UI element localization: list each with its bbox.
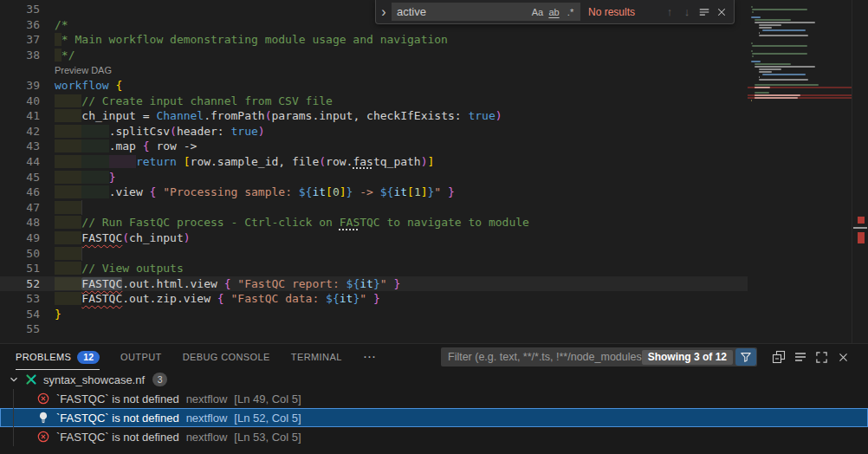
code-line: 53 FASTQC.out.zip.view { "FastQC data: $…	[0, 291, 748, 307]
line-number: 45	[0, 170, 55, 185]
code-line: 51 // View outputs	[0, 261, 748, 276]
code-line: 40 // Create input channel from CSV file	[0, 94, 748, 109]
find-in-selection-button[interactable]	[696, 3, 713, 21]
line-number: 50	[0, 246, 55, 262]
code-line: 45 }	[0, 170, 748, 185]
filter-placeholder: Filter (e.g. text, **/*.ts, !**/node_mod…	[448, 351, 642, 363]
codelens-preview-dag[interactable]: Preview DAG	[55, 65, 112, 75]
close-panel-icon[interactable]	[832, 347, 854, 366]
vscode-window: 3536/*37 * Main workflow demonstrating m…	[0, 0, 868, 454]
line-number: 43	[0, 139, 55, 154]
problems-file-row[interactable]: syntax_showcase.nf 3	[0, 370, 868, 389]
panel-tab-problems[interactable]: PROBLEMS12	[16, 344, 100, 370]
view-as-table-icon[interactable]	[789, 347, 811, 366]
next-match-button[interactable]: ↓	[678, 3, 696, 21]
problems-count-badge: 12	[77, 351, 100, 364]
find-toggles: Aa ab .*	[529, 3, 579, 21]
problem-message: `FASTQC` is not defined	[56, 431, 179, 444]
code-line: 54}	[0, 307, 748, 322]
problem-source: nextflow	[186, 431, 228, 444]
code-line: 46 .view { "Processing sample: ${it[0]} …	[0, 185, 748, 200]
whole-word-toggle[interactable]: ab	[546, 3, 562, 20]
line-number: 53	[0, 291, 55, 307]
current-line-mark	[853, 227, 867, 229]
maximize-panel-icon[interactable]	[811, 347, 832, 366]
code-line: 41 ch_input = Channel.fromPath(params.in…	[0, 108, 748, 124]
line-number: 47	[0, 200, 55, 216]
line-number: 49	[0, 230, 55, 246]
line-number: 44	[0, 154, 55, 170]
panel-header: PROBLEMS12OUTPUTDEBUG CONSOLETERMINAL ⋯ …	[0, 344, 868, 370]
find-input-box[interactable]: Aa ab .*	[392, 3, 580, 21]
code-line: 50	[0, 246, 748, 262]
code-line: 48 // Run FastQC process - Ctrl-click on…	[0, 215, 748, 230]
lightbulb-icon	[36, 411, 50, 425]
panel-tabs: PROBLEMS12OUTPUTDEBUG CONSOLETERMINAL	[16, 344, 363, 370]
error-mark	[858, 232, 865, 243]
problem-message: `FASTQC` is not defined	[56, 412, 179, 425]
line-number: 38	[0, 48, 55, 63]
line-number: 37	[0, 32, 55, 48]
problem-row[interactable]: `FASTQC` is not definednextflow[Ln 52, C…	[0, 408, 868, 427]
line-number: 42	[0, 124, 55, 139]
line-number: 52	[0, 276, 55, 292]
code-line: 39workflow {	[0, 78, 748, 94]
problem-location: [Ln 49, Col 5]	[234, 392, 301, 405]
more-actions-icon[interactable]: ⋯	[363, 349, 376, 365]
find-results-status: No results	[588, 6, 635, 18]
collapse-all-icon[interactable]	[768, 347, 789, 366]
close-find-button[interactable]	[713, 3, 730, 21]
previous-match-button[interactable]: ↑	[661, 3, 678, 21]
chevron-down-icon[interactable]	[7, 373, 21, 386]
filter-funnel-icon[interactable]	[735, 348, 756, 366]
problems-tree: syntax_showcase.nf 3 `FASTQC` is not def…	[0, 370, 868, 446]
regex-toggle[interactable]: .*	[562, 3, 579, 20]
problem-row[interactable]: `FASTQC` is not definednextflow[Ln 49, C…	[0, 389, 868, 408]
minimap[interactable]	[748, 0, 852, 343]
problem-source: nextflow	[186, 412, 228, 425]
nextflow-file-icon	[24, 373, 38, 386]
match-case-toggle[interactable]: Aa	[529, 3, 546, 20]
problem-message: `FASTQC` is not defined	[56, 392, 179, 405]
problem-source: nextflow	[186, 392, 228, 405]
line-number: 40	[0, 94, 55, 109]
file-problem-count-badge: 3	[152, 373, 167, 386]
toggle-replace-chevron-icon[interactable]: ›	[376, 4, 392, 20]
code-line: 49 FASTQC(ch_input)	[0, 230, 748, 246]
error-mark	[858, 217, 865, 224]
code-line: 43 .map { row ->	[0, 139, 748, 154]
line-number: 41	[0, 108, 55, 124]
code-line: 55	[0, 321, 748, 337]
code-line: 44 return [row.sample_id, file(row.fastq…	[0, 154, 748, 170]
code-line: 37 * Main workflow demonstrating module …	[0, 32, 748, 48]
problem-location: [Ln 52, Col 5]	[234, 412, 301, 425]
code-line: 42 .splitCsv(header: true)	[0, 124, 748, 139]
panel-tab-debug-console[interactable]: DEBUG CONSOLE	[183, 344, 270, 370]
code-line: 52 FASTQC.out.html.view { "FastQC report…	[0, 276, 748, 292]
line-number: 48	[0, 215, 55, 230]
panel-tab-terminal[interactable]: TERMINAL	[291, 344, 342, 370]
line-number: 51	[0, 261, 55, 276]
line-number: 39	[0, 78, 55, 94]
problem-row[interactable]: `FASTQC` is not definednextflow[Ln 53, C…	[0, 427, 868, 446]
find-widget: › Aa ab .* No results ↑ ↓	[375, 0, 735, 24]
file-name: syntax_showcase.nf	[43, 373, 145, 386]
codelens-row: Preview DAG	[0, 62, 748, 78]
problem-rows: `FASTQC` is not definednextflow[Ln 49, C…	[0, 389, 868, 446]
problem-location: [Ln 53, Col 5]	[234, 431, 301, 444]
panel-tab-output[interactable]: OUTPUT	[120, 344, 162, 370]
line-number: 54	[0, 307, 55, 322]
line-number: 36	[0, 17, 55, 33]
problems-filter-box[interactable]: Filter (e.g. text, **/*.ts, !**/node_mod…	[441, 347, 757, 366]
error-icon	[36, 392, 50, 405]
find-input[interactable]	[392, 5, 522, 18]
bottom-panel: PROBLEMS12OUTPUTDEBUG CONSOLETERMINAL ⋯ …	[0, 343, 868, 454]
line-number: 46	[0, 185, 55, 200]
editor: 3536/*37 * Main workflow demonstrating m…	[0, 0, 868, 343]
code-lines: 3536/*37 * Main workflow demonstrating m…	[0, 0, 748, 337]
overview-ruler[interactable]	[852, 0, 868, 343]
line-number	[0, 62, 55, 78]
showing-count-badge: Showing 3 of 12	[642, 350, 733, 365]
error-icon	[36, 430, 50, 444]
line-number: 35	[0, 2, 55, 17]
